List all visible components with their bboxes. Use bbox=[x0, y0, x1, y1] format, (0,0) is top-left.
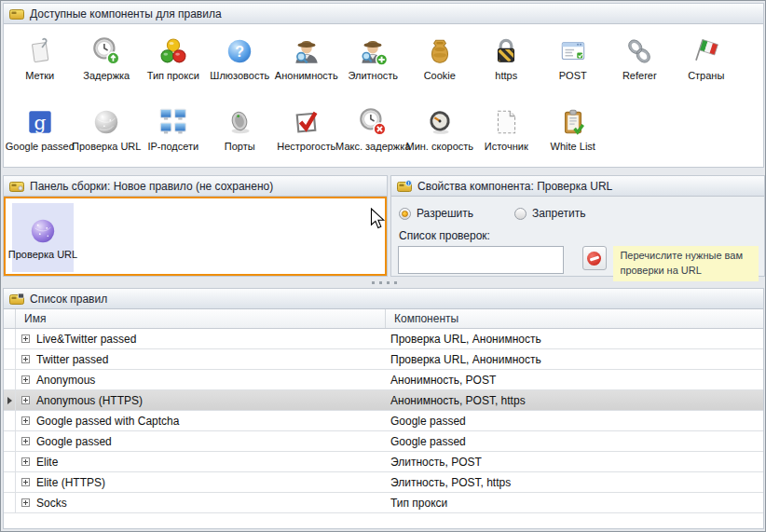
spy-magnifier-icon bbox=[291, 35, 322, 67]
panel-title: Доступные компоненты для правила bbox=[30, 7, 222, 20]
expand-icon[interactable] bbox=[21, 457, 30, 466]
row-indicator bbox=[4, 349, 16, 369]
component-ports[interactable]: Порты bbox=[207, 106, 274, 152]
component-gateway[interactable]: ? Шлюзовость bbox=[207, 35, 274, 101]
component-label: https bbox=[495, 70, 517, 81]
component-leniency[interactable]: Нестрогость bbox=[273, 106, 340, 152]
component-label: Задержка bbox=[83, 70, 130, 81]
component-source[interactable]: Источник bbox=[473, 106, 540, 152]
rule-components: Анонимность, POST, https bbox=[386, 394, 763, 407]
component-label: Шлюзовость bbox=[210, 70, 269, 81]
row-indicator bbox=[4, 472, 16, 492]
component-label: POST bbox=[559, 70, 587, 81]
panel-title: Панель сборки: Новое правило (не сохране… bbox=[30, 180, 273, 193]
expand-icon[interactable] bbox=[21, 478, 30, 486]
expand-icon[interactable] bbox=[21, 396, 30, 404]
rule-name: Anonymous (HTTPS) bbox=[36, 394, 143, 407]
chain-icon bbox=[623, 35, 655, 67]
rule-components: Проверка URL, Анонимность bbox=[386, 333, 763, 346]
rule-components: Элитность, POST bbox=[386, 456, 763, 469]
expand-icon[interactable] bbox=[21, 355, 30, 363]
app-window: Доступные компоненты для правила Метки З… bbox=[0, 0, 766, 532]
component-label: Источник bbox=[485, 141, 528, 152]
gray-sphere-icon bbox=[90, 106, 122, 138]
row-indicator bbox=[4, 493, 16, 512]
component-min-speed[interactable]: Мин. скорость bbox=[406, 106, 473, 152]
component-post[interactable]: POST bbox=[540, 35, 607, 101]
google-icon: g bbox=[24, 106, 56, 138]
component-proxy-type[interactable]: Тип прокси bbox=[140, 35, 207, 101]
component-referer[interactable]: Referer bbox=[607, 35, 674, 101]
component-cookie[interactable]: Cookie bbox=[406, 35, 473, 101]
column-header-name[interactable]: Имя bbox=[16, 309, 386, 328]
rule-component-url-check[interactable]: Проверка URL bbox=[12, 203, 74, 272]
clock-up-icon bbox=[90, 35, 122, 67]
spy-plus-icon bbox=[357, 35, 389, 67]
expand-icon[interactable] bbox=[21, 375, 30, 384]
cookie-jar-icon bbox=[424, 35, 456, 67]
component-row-1: Метки Задержка Тип прокси ? Шлюзовость А… bbox=[4, 24, 763, 101]
table-row[interactable]: Google passed with Captcha Google passed bbox=[4, 411, 763, 431]
component-url-check[interactable]: Проверка URL bbox=[74, 106, 141, 152]
table-row[interactable]: Anonymous Анонимность, POST bbox=[4, 370, 763, 390]
hint-tooltip: Перечислите нужные вам проверки на URL bbox=[613, 246, 759, 281]
table-row-selected[interactable]: Anonymous (HTTPS) Анонимность, POST, htt… bbox=[4, 390, 763, 411]
rule-drop-area[interactable]: Проверка URL bbox=[4, 197, 387, 276]
properties-body: Разрешить Запретить Список проверок: Пер… bbox=[391, 197, 764, 281]
radio-allow-dot bbox=[399, 208, 411, 220]
component-countries[interactable]: Страны bbox=[673, 35, 740, 101]
expand-icon[interactable] bbox=[21, 416, 30, 425]
rules-panel-header: Список правил bbox=[4, 289, 763, 309]
row-indicator bbox=[4, 329, 16, 348]
traffic-balls-icon bbox=[157, 35, 189, 67]
country-flag-icon bbox=[691, 35, 722, 67]
component-ip-subnets[interactable]: IP-подсети bbox=[140, 106, 207, 152]
component-https[interactable]: https bbox=[473, 35, 540, 101]
properties-panel: Свойства компонента: Проверка URL Разреш… bbox=[390, 175, 765, 277]
component-delay[interactable]: Задержка bbox=[74, 35, 141, 101]
padlock-icon bbox=[490, 35, 522, 67]
horizontal-splitter-handle[interactable] bbox=[372, 281, 397, 284]
remove-button[interactable] bbox=[582, 246, 608, 270]
component-label: Метки bbox=[25, 70, 54, 81]
port-icon bbox=[224, 106, 255, 138]
expand-icon[interactable] bbox=[21, 498, 30, 507]
row-indicator bbox=[4, 431, 16, 451]
component-max-delay[interactable]: Макс. задержка bbox=[340, 106, 407, 152]
properties-panel-header: Свойства компонента: Проверка URL bbox=[391, 176, 764, 197]
table-row[interactable]: Elite Элитность, POST bbox=[4, 452, 763, 472]
table-row[interactable]: Live&Twitter passed Проверка URL, Аноним… bbox=[4, 329, 763, 349]
radio-deny[interactable]: Запретить bbox=[514, 207, 585, 220]
column-header-components[interactable]: Компоненты bbox=[386, 309, 763, 328]
table-row[interactable]: Google passed Google passed bbox=[4, 431, 763, 452]
radio-allow[interactable]: Разрешить bbox=[399, 207, 473, 220]
row-indicator-column-header bbox=[4, 309, 16, 328]
rule-components: Элитность, POST, https bbox=[386, 476, 763, 489]
component-white-list[interactable]: White List bbox=[540, 106, 607, 152]
rules-list-panel: Список правил Имя Компоненты Live&Twitte… bbox=[3, 288, 764, 529]
rule-name: Live&Twitter passed bbox=[36, 333, 136, 346]
rule-components: Тип прокси bbox=[386, 497, 763, 510]
table-row[interactable]: Elite (HTTPS) Элитность, POST, https bbox=[4, 472, 763, 493]
component-labels[interactable]: Метки bbox=[7, 35, 74, 101]
component-elite[interactable]: Элитность bbox=[340, 35, 407, 101]
component-row-2: g Google passed Проверка URL IP-подсети … bbox=[4, 101, 763, 152]
rules-panel-icon bbox=[9, 293, 24, 306]
checks-input[interactable] bbox=[398, 246, 564, 274]
expand-icon[interactable] bbox=[21, 437, 30, 445]
rule-components: Google passed bbox=[386, 415, 763, 428]
rule-components: Анонимность, POST bbox=[386, 374, 763, 387]
permission-radio-group: Разрешить Запретить bbox=[399, 207, 759, 220]
no-entry-icon bbox=[587, 252, 601, 266]
gauge-icon bbox=[424, 106, 456, 138]
radio-deny-label: Запретить bbox=[532, 207, 585, 220]
component-google-passed[interactable]: g Google passed bbox=[7, 106, 74, 152]
component-label: Проверка URL bbox=[72, 141, 141, 152]
form-window-icon bbox=[557, 35, 589, 67]
table-row[interactable]: Socks Тип прокси bbox=[4, 493, 763, 513]
table-row[interactable]: Twitter passed Проверка URL, Анонимность bbox=[4, 349, 763, 370]
expand-icon[interactable] bbox=[21, 334, 30, 343]
panel-title: Свойства компонента: Проверка URL bbox=[417, 180, 612, 193]
component-anonymity[interactable]: Анонимность bbox=[273, 35, 340, 101]
components-panel-icon bbox=[9, 7, 24, 20]
